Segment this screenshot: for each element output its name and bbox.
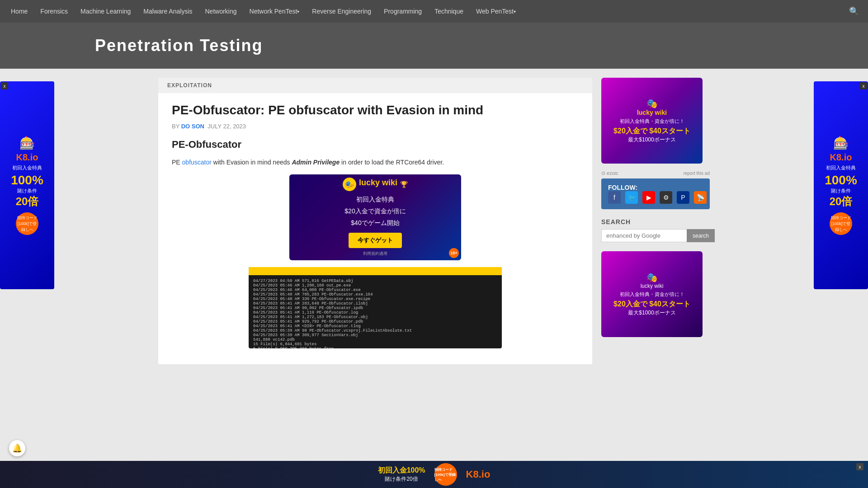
nav-reverse-engineering[interactable]: Reverse Engineering (306, 0, 377, 23)
center-ad-text3: $40でゲーム開始 (351, 219, 399, 227)
nav-network-pentest-dropdown[interactable]: Network PenTest (243, 0, 306, 23)
sidebar-ad-bottom-text2: $20入金で $40スタート (613, 300, 690, 309)
search-section-label: SEARCH (601, 218, 710, 225)
center-ad-button[interactable]: 今すぐゲット (349, 233, 402, 248)
article-body3: in order to load the RTCore64 driver. (340, 159, 444, 166)
twitter-follow-icon[interactable]: 🐦 (625, 191, 638, 204)
right-ad-panel: x 🎰 K8.io 初回入金特典 100% 賭け条件 20倍 招待コード[100… (814, 81, 868, 289)
left-ad-close-button[interactable]: x (1, 82, 8, 89)
article-body1: PE (172, 159, 182, 166)
article-date: JULY 22, 2023 (208, 123, 246, 130)
terminal-screenshot: 04/27/2023 04:50 AM 571,816 GetPEData.ob… (249, 267, 502, 348)
search-input-row: search (601, 229, 710, 242)
sidebar-ad-top-text1: 初回入金特典・資金が倍に！ (620, 118, 684, 125)
right-ad-percent: 100% (825, 173, 857, 188)
article-title: PE-Obfuscator: PE obfuscator with Evasio… (172, 102, 579, 118)
sidebar-ad-bottom[interactable]: 🎭 lucky wiki 初回入金特典・資金が倍に！ $20入金で $40スター… (601, 251, 703, 337)
nav-networking[interactable]: Networking (199, 0, 243, 23)
left-ad-button[interactable]: 招待コード[100k]で登録しへ (16, 212, 38, 235)
nav-web-pentest-dropdown[interactable]: Web PenTest (470, 0, 522, 23)
right-ad-button[interactable]: 招待コード[100k]で登録しへ (830, 212, 852, 235)
search-box: SEARCH search (601, 218, 710, 242)
nav-home[interactable]: Home (5, 0, 34, 23)
center-ad-footer: 利用規約適用 (363, 251, 387, 257)
article-meta: BY DO SON JULY 22, 2023 (172, 123, 579, 130)
obfuscator-link[interactable]: obfuscator (182, 159, 212, 166)
center-ad-logo: lucky wiki (359, 178, 397, 188)
center-ad-text1: 初回入金特典 (356, 196, 394, 204)
nav-technique[interactable]: Technique (428, 0, 470, 23)
article-em: Admin Privilege (292, 159, 340, 166)
left-ad-panel: x 🎰 K8.io 初回入金特典 100% 賭け条件 20倍 招待コード[100… (0, 81, 54, 289)
rss-follow-icon[interactable]: 📡 (694, 191, 707, 204)
ezoic-bar: ⊙ ezoic report this ad (601, 170, 710, 176)
search-input[interactable] (601, 229, 687, 242)
left-ad-text1: 初回入金特典 (12, 164, 42, 171)
nav-search-icon[interactable]: 🔍 (844, 6, 863, 16)
nav-network-pentest[interactable]: Network PenTest (243, 0, 306, 23)
main-navigation: Home Forensics Machine Learning Malware … (0, 0, 868, 23)
article-body: PE-Obfuscator: PE obfuscator with Evasio… (158, 93, 592, 364)
search-button[interactable]: search (687, 229, 715, 242)
right-ad-text3: 賭け条件 (831, 188, 851, 194)
right-ad-logo: K8.io (830, 152, 852, 163)
article-body2: with Evasion in mind needs (212, 159, 292, 166)
right-ad-close-button[interactable]: x (860, 82, 867, 89)
sidebar-ad-top[interactable]: 🎭 lucky wiki 初回入金特典・資金が倍に！ $20入金で $40スター… (601, 78, 703, 164)
left-ad-multiplier: 20倍 (16, 194, 39, 209)
nav-machine-learning[interactable]: Machine Learning (74, 0, 137, 23)
right-ad-text1: 初回入金特典 (826, 164, 856, 171)
sidebar-ad-bottom-text3: 最大$1000ボーナス (628, 309, 675, 317)
center-ad-container: 🎭 lucky wiki 🏆 初回入金特典 $20入金で資金が倍に $40でゲー… (172, 174, 579, 260)
youtube-follow-icon[interactable]: ▶ (642, 191, 655, 204)
sidebar-ad-top-text2: $20入金で $40スタート (613, 127, 690, 136)
follow-label: FOLLOW: (608, 184, 637, 191)
left-ad-logo: K8.io (16, 152, 38, 163)
sidebar-ad-bottom-text1: 初回入金特典・資金が倍に！ (620, 291, 684, 298)
ezoic-label: ⊙ ezoic (601, 170, 618, 176)
article-intro-text: PE obfuscator with Evasion in mind needs… (172, 157, 579, 167)
follow-icons: f 🐦 ▶ ⚙ P 📡 (608, 191, 707, 204)
terminal-output: 04/27/2023 04:50 AM 571,816 GetPEData.ob… (253, 279, 497, 348)
sidebar-ad-bottom-logo: lucky wiki (641, 283, 664, 289)
left-ad-text3: 賭け条件 (17, 188, 37, 194)
report-ad-link[interactable]: report this ad (684, 171, 710, 176)
page-header-banner: Penetration Testing (0, 23, 868, 69)
sidebar: 🎭 lucky wiki 初回入金特典・資金が倍に！ $20入金で $40スター… (601, 78, 710, 364)
page-wrapper: EXPLOITATION PE-Obfuscator: PE obfuscato… (154, 69, 714, 373)
article-subtitle: PE-Obfuscator (172, 139, 579, 150)
follow-box: FOLLOW: f 🐦 ▶ ⚙ P 📡 (601, 178, 710, 209)
article-author: DO SON (181, 123, 204, 130)
nav-malware-analysis[interactable]: Malware Analysis (137, 0, 198, 23)
github-follow-icon[interactable]: ⚙ (660, 191, 672, 204)
facebook-follow-icon[interactable]: f (608, 191, 621, 204)
page-title: Penetration Testing (95, 36, 773, 55)
paypal-follow-icon[interactable]: P (677, 191, 689, 204)
category-label: EXPLOITATION (158, 78, 592, 93)
center-ad-text2: $20入金で資金が倍に (344, 207, 406, 216)
sidebar-ad-top-logo: lucky wiki (637, 109, 667, 116)
sidebar-ad-top-text3: 最大$1000ボーナス (628, 136, 675, 144)
right-ad-multiplier: 20倍 (830, 194, 853, 209)
nav-programming[interactable]: Programming (377, 0, 428, 23)
nav-forensics[interactable]: Forensics (34, 0, 74, 23)
main-content-area: EXPLOITATION PE-Obfuscator: PE obfuscato… (158, 78, 592, 364)
terminal-header-bar (249, 267, 502, 275)
center-ad-age-badge: 18+ (449, 248, 459, 258)
left-ad-percent: 100% (11, 173, 43, 188)
center-ad-box[interactable]: 🎭 lucky wiki 🏆 初回入金特典 $20入金で資金が倍に $40でゲー… (289, 174, 461, 260)
nav-web-pentest[interactable]: Web PenTest (470, 0, 522, 23)
